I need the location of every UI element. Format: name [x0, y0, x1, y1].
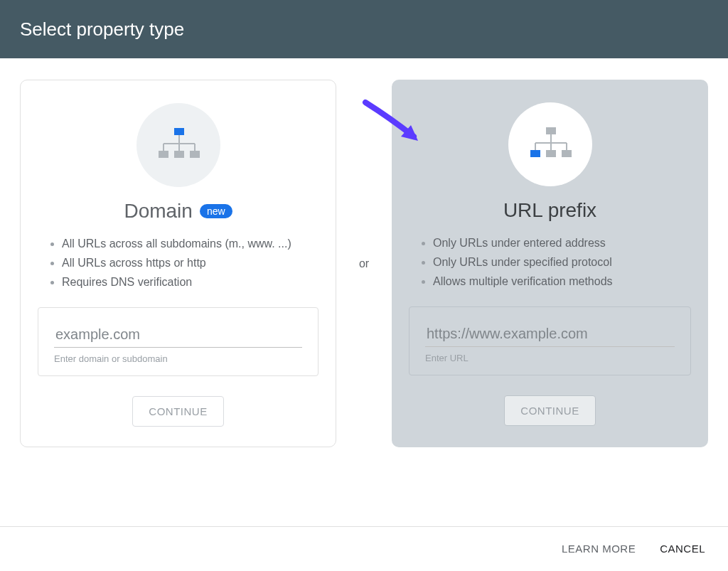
- svg-rect-8: [190, 151, 200, 158]
- url-card-title: URL prefix: [503, 199, 596, 222]
- svg-rect-6: [159, 151, 168, 158]
- list-item: Only URLs under specified protocol: [433, 252, 688, 272]
- sitemap-top-icon: [136, 103, 220, 187]
- svg-rect-17: [562, 150, 572, 157]
- dialog-body: Domain new All URLs across all subdomain…: [0, 58, 728, 526]
- url-prefix-property-card[interactable]: URL prefix Only URLs under entered addre…: [392, 80, 708, 447]
- url-input-hint: Enter URL: [425, 353, 675, 363]
- dialog-title: Select property type: [20, 18, 184, 41]
- dialog-footer: LEARN MORE CANCEL: [0, 526, 728, 570]
- domain-input-hint: Enter domain or subdomain: [54, 353, 302, 364]
- cancel-button[interactable]: CANCEL: [660, 543, 705, 555]
- url-input-box: Enter URL: [409, 306, 691, 375]
- or-label: or: [336, 80, 392, 447]
- domain-input[interactable]: [54, 324, 302, 348]
- domain-property-card[interactable]: Domain new All URLs across all subdomain…: [20, 80, 336, 447]
- svg-rect-7: [174, 151, 184, 158]
- sitemap-leaf-icon: [508, 102, 592, 186]
- list-item: Requires DNS verification: [62, 272, 316, 292]
- svg-rect-0: [174, 128, 184, 135]
- domain-card-title-row: Domain new: [124, 200, 232, 223]
- dialog-header: Select property type: [0, 0, 728, 58]
- list-item: All URLs across https or http: [62, 253, 316, 272]
- svg-rect-16: [546, 150, 556, 157]
- svg-rect-15: [530, 150, 540, 157]
- new-badge: new: [200, 204, 232, 218]
- list-item: All URLs across all subdomains (m., www.…: [62, 234, 316, 253]
- svg-rect-9: [546, 127, 556, 134]
- domain-card-bullet-list: All URLs across all subdomains (m., www.…: [38, 234, 318, 292]
- url-input[interactable]: [425, 323, 675, 347]
- domain-card-title: Domain: [124, 200, 192, 223]
- list-item: Allows multiple verification methods: [433, 272, 688, 291]
- learn-more-button[interactable]: LEARN MORE: [562, 543, 636, 555]
- domain-continue-button[interactable]: CONTINUE: [132, 396, 223, 427]
- url-card-bullet-list: Only URLs under entered address Only URL…: [409, 233, 691, 291]
- url-continue-button[interactable]: CONTINUE: [504, 395, 595, 426]
- domain-input-box: Enter domain or subdomain: [38, 307, 318, 376]
- list-item: Only URLs under entered address: [433, 233, 688, 252]
- url-card-title-row: URL prefix: [503, 199, 596, 222]
